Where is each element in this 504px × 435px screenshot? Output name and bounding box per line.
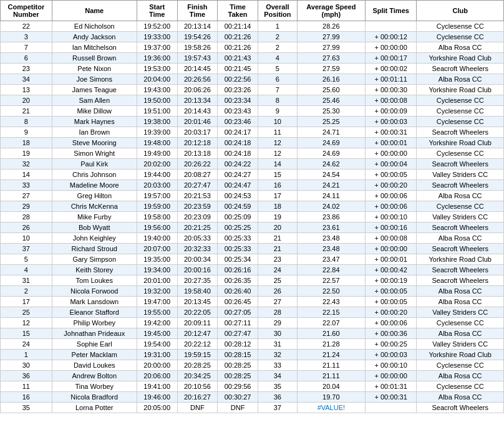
cell-pos: 26 [258,286,297,297]
cell-start: 19:37:00 [137,42,177,53]
cell-finish: 20:06:26 [177,85,218,95]
table-row: 6Russell Brown19:36:0019:57:4300:21:4342… [1,53,504,64]
cell-split: + 00:00:05 [365,170,416,180]
cell-club: Seacroft Wheelers [417,275,504,286]
col-header-name: Name [52,1,137,21]
cell-speed: 23.48 [297,244,365,254]
cell-pos: 15 [258,170,297,180]
cell-club: Alba Rosa CC [417,286,504,297]
cell-speed: 23.48 [297,233,365,244]
table-row: 12Philip Worbey19:42:0020:09:1100:27:112… [1,318,504,328]
cell-pos: 27 [258,297,297,307]
cell-num: 6 [1,53,52,64]
cell-club: Seacroft Wheelers [417,159,504,170]
cell-start: 19:57:00 [137,191,177,201]
cell-name: Gary Simpson [52,254,137,265]
cell-num: 23 [1,64,52,74]
cell-taken: 00:30:27 [218,392,258,403]
cell-split: + 00:00:17 [365,53,416,64]
cell-num: 22 [1,21,52,32]
cell-club: Alba Rosa CC [417,328,504,339]
cell-finish: 19:54:26 [177,32,218,42]
cell-split: + 00:01:31 [365,381,416,392]
cell-start: 19:34:00 [137,265,177,275]
table-row: 28Mike Furby19:58:0020:23:0900:25:091923… [1,212,504,222]
cell-taken: 00:25:33 [218,244,258,254]
cell-name: Ian Brown [52,127,137,138]
cell-pos: 12 [258,138,297,148]
cell-finish: 20:23:59 [177,201,218,212]
cell-taken: 00:24:53 [218,191,258,201]
cell-speed: 25.60 [297,85,365,95]
cell-finish: 20:13:34 [177,95,218,106]
cell-start: 19:59:00 [137,201,177,212]
cell-taken: 00:25:09 [218,212,258,222]
cell-speed: #VALUE! [297,403,365,413]
col-header-position: OverallPosition [258,1,297,21]
cell-club: Seacroft Wheelers [417,403,504,413]
cell-name: Greg Hilton [52,191,137,201]
cell-num: 2 [1,286,52,297]
cell-start: 19:36:00 [137,53,177,64]
cell-pos: 16 [258,180,297,191]
cell-finish: 20:13:18 [177,148,218,159]
cell-pos: 6 [258,74,297,85]
cell-pos: 28 [258,307,297,318]
cell-club: Yorkshire Road Club [417,350,504,360]
cell-finish: 20:05:33 [177,233,218,244]
cell-start: 20:01:00 [137,275,177,286]
cell-num: 1 [1,350,52,360]
cell-taken: 00:23:46 [218,117,258,127]
cell-taken: 00:23:34 [218,95,258,106]
cell-split: + 00:00:03 [365,117,416,127]
cell-start: 19:51:00 [137,106,177,117]
cell-finish: 20:08:27 [177,170,218,180]
cell-speed: 21.11 [297,371,365,381]
cell-club: Seacroft Wheelers [417,64,504,74]
table-row: 25Eleanor Stafford19:55:0020:22:0500:27:… [1,307,504,318]
cell-split: + 00:00:00 [365,371,416,381]
table-row: 3Andy Jackson19:33:0019:54:2600:21:26227… [1,32,504,42]
cell-name: David Loukes [52,360,137,371]
cell-split: + 00:00:10 [365,212,416,222]
cell-speed: 21.24 [297,350,365,360]
table-row: 34Joe Simons20:04:0020:26:5600:22:56626.… [1,74,504,85]
cell-speed: 21.28 [297,339,365,350]
cell-finish: 20:10:56 [177,381,218,392]
cell-start: 19:32:00 [137,286,177,297]
cell-name: Mark Lansdown [52,297,137,307]
cell-finish: 20:23:09 [177,212,218,222]
cell-taken: 00:25:25 [218,222,258,233]
cell-num: 13 [1,85,52,95]
cell-finish: 20:14:45 [177,64,218,74]
cell-pos: 32 [258,350,297,360]
cell-num: 29 [1,201,52,212]
cell-num: 24 [1,339,52,350]
cell-split: + 00:00:06 [365,191,416,201]
cell-num: 33 [1,180,52,191]
cell-pos: 10 [258,117,297,127]
cell-pos: 4 [258,53,297,64]
table-row: 18Steve Mooring19:48:0020:12:1800:24:181… [1,138,504,148]
table-row: 1Peter Macklam19:31:0019:59:1500:28:1532… [1,350,504,360]
cell-speed: 21.11 [297,360,365,371]
cell-club: Alba Rosa CC [417,297,504,307]
cell-taken: 00:24:18 [218,138,258,148]
cell-start: 19:46:00 [137,392,177,403]
cell-club: Valley Striders CC [417,212,504,222]
cell-num: 10 [1,233,52,244]
cell-num: 8 [1,117,52,127]
table-row: 35Lorna Potter20:05:00DNFDNF37#VALUE!Sea… [1,403,504,413]
cell-name: Richard Stroud [52,244,137,254]
cell-club: Valley Striders CC [417,170,504,180]
cell-finish: 20:26:56 [177,74,218,85]
cell-start: 19:40:00 [137,233,177,244]
cell-num: 35 [1,403,52,413]
cell-taken: 00:28:12 [218,339,258,350]
cell-num: 14 [1,170,52,180]
cell-finish: 20:13:14 [177,21,218,32]
cell-name: Nicola Bradford [52,392,137,403]
cell-name: Ed Nicholson [52,21,137,32]
cell-taken: 00:24:18 [218,148,258,159]
cell-club: Yorkshire Road Club [417,138,504,148]
